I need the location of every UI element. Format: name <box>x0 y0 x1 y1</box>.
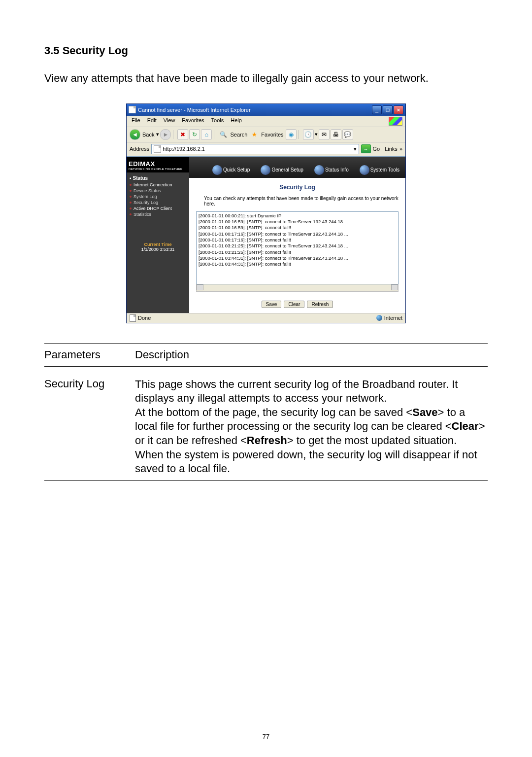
page-icon <box>154 145 161 153</box>
status-zone: Internet <box>384 315 402 321</box>
go-button[interactable]: → <box>361 144 371 153</box>
desc-clear-kw: Clear <box>452 420 479 432</box>
sidebar-item-security-log[interactable]: Security Log <box>130 200 186 206</box>
globe-icon <box>360 165 369 175</box>
parameters-table: Parameters Description Security Log This… <box>44 343 488 481</box>
log-line: [2000-01-01 00:17:16]: [SNTP]: connect f… <box>199 237 396 243</box>
log-line: [2000-01-01 00:16:59]: [SNTP]: connect t… <box>199 219 396 225</box>
favorites-icon[interactable]: ★ <box>249 130 259 139</box>
discuss-button[interactable]: 💬 <box>342 129 353 140</box>
menu-bar: File Edit View Favorites Tools Help <box>127 116 405 127</box>
app-top-nav: Quick Setup General Setup Status Info Sy… <box>189 157 405 178</box>
desc-text: At the bottom of the page, the security … <box>135 406 412 418</box>
app-sidebar: EDIMAX NETWORKING PEOPLE TOGETHER ▪ Stat… <box>127 157 189 313</box>
param-description: This page shows the current security log… <box>135 366 488 480</box>
links-label[interactable]: Links <box>385 146 398 152</box>
history-button[interactable]: 🕓 <box>303 129 314 140</box>
sidebar-item-internet-connection[interactable]: Internet Connection <box>130 182 186 188</box>
document-icon <box>130 314 136 322</box>
app-main-panel: Quick Setup General Setup Status Info Sy… <box>189 157 405 313</box>
table-row: Security Log This page shows the current… <box>44 366 488 480</box>
nav-general-setup[interactable]: General Setup <box>261 165 303 178</box>
refresh-button[interactable]: Refresh <box>307 301 333 308</box>
page-icon <box>129 106 136 113</box>
brand-logo: EDIMAX NETWORKING PEOPLE TOGETHER <box>127 157 189 172</box>
globe-icon <box>212 165 222 175</box>
sidebar-item-active-dhcp-client[interactable]: Active DHCP Client <box>130 206 186 211</box>
current-time-value: 1/1/2000 3:53:31 <box>130 247 186 252</box>
log-line: [2000-01-01 00:16:59]: [SNTP]: connect f… <box>199 225 396 231</box>
minimize-button[interactable]: _ <box>372 105 382 114</box>
internet-zone-icon <box>376 315 382 321</box>
back-button[interactable]: ◄ <box>130 129 140 140</box>
maximize-button[interactable]: □ <box>383 105 393 114</box>
sidebar-item-system-log[interactable]: System Log <box>130 194 186 200</box>
clear-button[interactable]: Clear <box>284 301 304 308</box>
embedded-screenshot: Cannot find server - Microsoft Internet … <box>126 103 406 323</box>
status-done: Done <box>138 315 151 321</box>
forward-button[interactable]: ► <box>160 129 171 140</box>
media-button[interactable]: ◉ <box>286 129 297 140</box>
menu-favorites[interactable]: Favorites <box>180 117 206 126</box>
separator <box>173 130 175 139</box>
go-label[interactable]: Go <box>373 146 380 152</box>
brand-tagline: NETWORKING PEOPLE TOGETHER <box>129 168 187 171</box>
sidebar-section-status[interactable]: ▪ Status <box>130 175 186 181</box>
log-line: [2000-01-01 03:21:25]: [SNTP]: connect f… <box>199 249 396 255</box>
nav-status-info[interactable]: Status Info <box>314 165 349 178</box>
globe-icon <box>314 165 324 175</box>
sidebar-item-statistics[interactable]: Statistics <box>130 211 186 217</box>
menu-view[interactable]: View <box>162 117 177 126</box>
section-heading: 3.5 Security Log <box>44 44 488 57</box>
page-content: EDIMAX NETWORKING PEOPLE TOGETHER ▪ Stat… <box>127 156 405 313</box>
section-intro: View any attempts that have been made to… <box>44 71 488 86</box>
address-input[interactable]: http://192.168.2.1 ▾ <box>151 144 359 154</box>
log-line: [2000-01-01 03:21:25]: [SNTP]: connect t… <box>199 243 396 249</box>
menu-help[interactable]: Help <box>229 117 244 126</box>
menu-tools[interactable]: Tools <box>209 117 226 126</box>
globe-icon <box>261 165 270 175</box>
log-line: [2000-01-01 03:44:31]: [SNTP]: connect f… <box>199 261 396 267</box>
desc-save-kw: Save <box>412 406 437 418</box>
nav-quick-setup[interactable]: Quick Setup <box>212 165 250 178</box>
col-parameters: Parameters <box>44 343 135 366</box>
search-icon[interactable]: 🔍 <box>218 130 228 139</box>
sidebar-item-device-status[interactable]: Device Status <box>130 188 186 194</box>
ie-status-bar: Done Internet <box>127 313 405 323</box>
page-number: 77 <box>0 733 532 740</box>
window-title: Cannot find server - Microsoft Internet … <box>138 107 251 113</box>
save-button[interactable]: Save <box>262 301 282 308</box>
address-bar: Address http://192.168.2.1 ▾ → Go Links … <box>127 142 405 156</box>
print-button[interactable]: 🖶 <box>331 129 341 140</box>
close-button[interactable]: × <box>394 105 403 114</box>
brand-name: EDIMAX <box>129 160 187 168</box>
document-page: 3.5 Security Log View any attempts that … <box>0 0 532 757</box>
horizontal-scrollbar[interactable] <box>196 284 399 292</box>
menu-file[interactable]: File <box>130 117 142 126</box>
desc-text: This page shows the current security log… <box>135 378 458 405</box>
back-label[interactable]: Back <box>141 132 155 138</box>
separator <box>299 130 301 139</box>
address-value: http://192.168.2.1 <box>163 146 205 152</box>
log-line: [2000-01-01 03:44:31]: [SNTP]: connect t… <box>199 255 396 261</box>
address-label: Address <box>130 146 149 152</box>
param-name: Security Log <box>44 366 135 480</box>
panel-description: You can check any attempts that have bee… <box>204 196 399 206</box>
separator <box>214 130 216 139</box>
nav-system-tools[interactable]: System Tools <box>360 165 399 178</box>
sidebar-list: Internet Connection Device Status System… <box>130 182 186 217</box>
security-log-textarea[interactable]: [2000-01-01 00:00:21]: start Dynamic IP … <box>196 211 399 284</box>
windows-flag-icon <box>389 117 402 126</box>
refresh-button[interactable]: ↻ <box>189 129 200 140</box>
favorites-label[interactable]: Favorites <box>260 132 284 138</box>
log-line: [2000-01-01 00:00:21]: start Dynamic IP <box>199 213 396 219</box>
search-label[interactable]: Search <box>229 132 248 138</box>
menu-edit[interactable]: Edit <box>145 117 159 126</box>
current-time-label: Current Time <box>130 242 186 247</box>
window-controls: _ □ × <box>372 105 403 114</box>
stop-button[interactable]: ✖ <box>177 129 188 140</box>
col-description: Description <box>135 343 488 366</box>
log-line: [2000-01-01 00:17:16]: [SNTP]: connect t… <box>199 231 396 237</box>
home-button[interactable]: ⌂ <box>201 129 212 140</box>
mail-button[interactable]: ✉ <box>319 129 330 140</box>
